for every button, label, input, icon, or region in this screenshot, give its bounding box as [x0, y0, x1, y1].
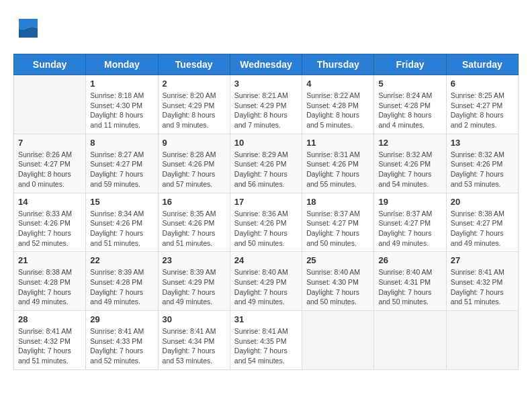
day-number: 15: [90, 197, 153, 207]
calendar-week-row: 28Sunrise: 8:41 AMSunset: 4:32 PMDayligh…: [14, 311, 519, 370]
day-number: 8: [90, 138, 153, 148]
day-number: 5: [378, 79, 441, 89]
day-info: Sunrise: 8:41 AMSunset: 4:34 PMDaylight:…: [163, 326, 226, 366]
day-info: Sunrise: 8:18 AMSunset: 4:30 PMDaylight:…: [90, 91, 153, 130]
day-info: Sunrise: 8:39 AMSunset: 4:28 PMDaylight:…: [90, 267, 153, 307]
calendar-cell: 19Sunrise: 8:37 AMSunset: 4:27 PMDayligh…: [374, 193, 446, 252]
calendar-cell: [302, 311, 374, 370]
day-info: Sunrise: 8:35 AMSunset: 4:26 PMDaylight:…: [163, 209, 226, 248]
calendar-cell: 12Sunrise: 8:32 AMSunset: 4:26 PMDayligh…: [374, 134, 446, 193]
day-number: 29: [90, 314, 153, 324]
day-number: 9: [163, 138, 226, 148]
calendar-cell: 29Sunrise: 8:41 AMSunset: 4:33 PMDayligh…: [86, 311, 158, 370]
day-number: 31: [234, 314, 298, 324]
day-number: 23: [163, 255, 226, 265]
calendar-cell: [446, 311, 518, 370]
calendar-cell: [374, 311, 446, 370]
calendar-cell: 7Sunrise: 8:26 AMSunset: 4:27 PMDaylight…: [14, 134, 86, 193]
calendar-cell: 16Sunrise: 8:35 AMSunset: 4:26 PMDayligh…: [158, 193, 230, 252]
weekday-header-wednesday: Wednesday: [230, 54, 302, 75]
calendar-cell: 17Sunrise: 8:36 AMSunset: 4:26 PMDayligh…: [230, 193, 302, 252]
day-info: Sunrise: 8:40 AMSunset: 4:30 PMDaylight:…: [306, 267, 369, 307]
calendar-cell: 11Sunrise: 8:31 AMSunset: 4:26 PMDayligh…: [302, 134, 374, 193]
day-number: 27: [451, 255, 514, 265]
calendar-cell: 14Sunrise: 8:33 AMSunset: 4:26 PMDayligh…: [14, 193, 86, 252]
day-info: Sunrise: 8:40 AMSunset: 4:31 PMDaylight:…: [378, 267, 441, 307]
page-header: [13, 13, 519, 43]
day-number: 7: [18, 138, 81, 148]
day-info: Sunrise: 8:26 AMSunset: 4:27 PMDaylight:…: [18, 150, 81, 189]
logo-icon: [13, 13, 43, 43]
calendar-cell: 15Sunrise: 8:34 AMSunset: 4:26 PMDayligh…: [86, 193, 158, 252]
day-number: 4: [306, 79, 369, 89]
calendar-cell: 4Sunrise: 8:22 AMSunset: 4:28 PMDaylight…: [302, 75, 374, 134]
weekday-header-tuesday: Tuesday: [158, 54, 230, 75]
day-number: 19: [378, 197, 441, 207]
day-info: Sunrise: 8:31 AMSunset: 4:26 PMDaylight:…: [306, 150, 369, 189]
logo: [13, 13, 47, 43]
weekday-header-saturday: Saturday: [446, 54, 518, 75]
day-number: 28: [18, 314, 81, 324]
calendar-header-row: SundayMondayTuesdayWednesdayThursdayFrid…: [14, 54, 519, 75]
day-info: Sunrise: 8:39 AMSunset: 4:29 PMDaylight:…: [163, 267, 226, 307]
calendar-cell: 10Sunrise: 8:29 AMSunset: 4:26 PMDayligh…: [230, 134, 302, 193]
calendar-cell: 31Sunrise: 8:41 AMSunset: 4:35 PMDayligh…: [230, 311, 302, 370]
day-number: 22: [90, 255, 153, 265]
day-info: Sunrise: 8:40 AMSunset: 4:29 PMDaylight:…: [234, 267, 298, 307]
day-info: Sunrise: 8:34 AMSunset: 4:26 PMDaylight:…: [90, 209, 153, 248]
calendar-week-row: 14Sunrise: 8:33 AMSunset: 4:26 PMDayligh…: [14, 193, 519, 252]
day-info: Sunrise: 8:25 AMSunset: 4:27 PMDaylight:…: [451, 91, 514, 130]
calendar-cell: 13Sunrise: 8:32 AMSunset: 4:26 PMDayligh…: [446, 134, 518, 193]
day-number: 13: [451, 138, 514, 148]
day-number: 24: [234, 255, 298, 265]
day-number: 17: [234, 197, 298, 207]
day-info: Sunrise: 8:37 AMSunset: 4:27 PMDaylight:…: [306, 209, 369, 248]
day-number: 2: [163, 79, 226, 89]
calendar-cell: 20Sunrise: 8:38 AMSunset: 4:27 PMDayligh…: [446, 193, 518, 252]
calendar-cell: 18Sunrise: 8:37 AMSunset: 4:27 PMDayligh…: [302, 193, 374, 252]
day-number: 26: [378, 255, 441, 265]
day-number: 3: [234, 79, 298, 89]
day-info: Sunrise: 8:33 AMSunset: 4:26 PMDaylight:…: [18, 209, 81, 248]
day-info: Sunrise: 8:36 AMSunset: 4:26 PMDaylight:…: [234, 209, 298, 248]
day-info: Sunrise: 8:41 AMSunset: 4:35 PMDaylight:…: [234, 326, 298, 366]
day-info: Sunrise: 8:29 AMSunset: 4:26 PMDaylight:…: [234, 150, 298, 189]
day-number: 16: [163, 197, 226, 207]
calendar-week-row: 1Sunrise: 8:18 AMSunset: 4:30 PMDaylight…: [14, 75, 519, 134]
calendar-cell: 6Sunrise: 8:25 AMSunset: 4:27 PMDaylight…: [446, 75, 518, 134]
calendar-week-row: 21Sunrise: 8:38 AMSunset: 4:28 PMDayligh…: [14, 252, 519, 311]
calendar-cell: 24Sunrise: 8:40 AMSunset: 4:29 PMDayligh…: [230, 252, 302, 311]
calendar-cell: 2Sunrise: 8:20 AMSunset: 4:29 PMDaylight…: [158, 75, 230, 134]
calendar-cell: 28Sunrise: 8:41 AMSunset: 4:32 PMDayligh…: [14, 311, 86, 370]
day-info: Sunrise: 8:37 AMSunset: 4:27 PMDaylight:…: [378, 209, 441, 248]
day-number: 30: [163, 314, 226, 324]
weekday-header-monday: Monday: [86, 54, 158, 75]
weekday-header-thursday: Thursday: [302, 54, 374, 75]
day-number: 20: [451, 197, 514, 207]
weekday-header-friday: Friday: [374, 54, 446, 75]
calendar-cell: 25Sunrise: 8:40 AMSunset: 4:30 PMDayligh…: [302, 252, 374, 311]
day-info: Sunrise: 8:20 AMSunset: 4:29 PMDaylight:…: [163, 91, 226, 130]
day-info: Sunrise: 8:28 AMSunset: 4:26 PMDaylight:…: [163, 150, 226, 189]
calendar-cell: 8Sunrise: 8:27 AMSunset: 4:27 PMDaylight…: [86, 134, 158, 193]
calendar-cell: [14, 75, 86, 134]
day-number: 14: [18, 197, 81, 207]
day-info: Sunrise: 8:38 AMSunset: 4:28 PMDaylight:…: [18, 267, 81, 307]
calendar-cell: 9Sunrise: 8:28 AMSunset: 4:26 PMDaylight…: [158, 134, 230, 193]
day-number: 1: [90, 79, 153, 89]
day-number: 6: [451, 79, 514, 89]
day-info: Sunrise: 8:24 AMSunset: 4:28 PMDaylight:…: [378, 91, 441, 130]
weekday-header-sunday: Sunday: [14, 54, 86, 75]
day-number: 11: [306, 138, 369, 148]
day-info: Sunrise: 8:32 AMSunset: 4:26 PMDaylight:…: [378, 150, 441, 189]
calendar-cell: 23Sunrise: 8:39 AMSunset: 4:29 PMDayligh…: [158, 252, 230, 311]
day-info: Sunrise: 8:21 AMSunset: 4:29 PMDaylight:…: [234, 91, 298, 130]
calendar-cell: 21Sunrise: 8:38 AMSunset: 4:28 PMDayligh…: [14, 252, 86, 311]
day-number: 25: [306, 255, 369, 265]
day-info: Sunrise: 8:38 AMSunset: 4:27 PMDaylight:…: [451, 209, 514, 248]
calendar-cell: 30Sunrise: 8:41 AMSunset: 4:34 PMDayligh…: [158, 311, 230, 370]
calendar-week-row: 7Sunrise: 8:26 AMSunset: 4:27 PMDaylight…: [14, 134, 519, 193]
day-number: 12: [378, 138, 441, 148]
day-info: Sunrise: 8:41 AMSunset: 4:33 PMDaylight:…: [90, 326, 153, 366]
calendar-cell: 27Sunrise: 8:41 AMSunset: 4:32 PMDayligh…: [446, 252, 518, 311]
